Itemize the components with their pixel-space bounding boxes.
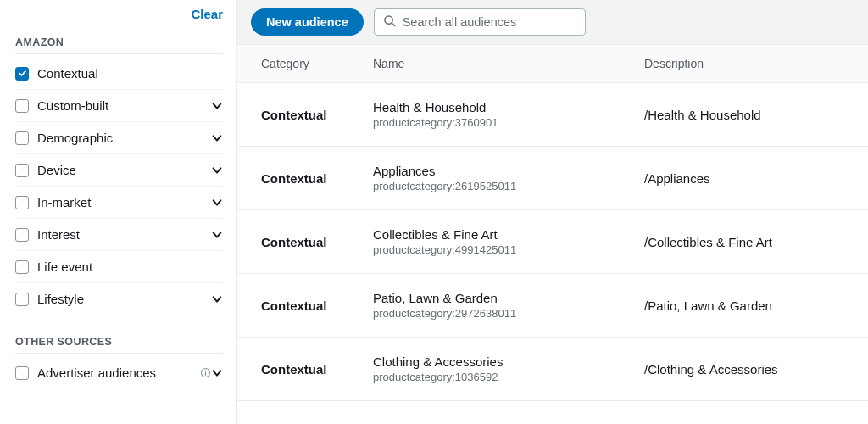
filter-label: Interest [37,227,211,242]
filter-checkbox[interactable] [15,293,29,306]
cell-category: Contextual [237,171,373,186]
chevron-down-icon[interactable] [211,367,223,379]
audience-name: Clothing & Accessories [373,354,644,369]
cell-category: Contextual [237,362,373,377]
audience-code: productcategory:2619525011 [373,180,644,192]
filter-checkbox[interactable] [15,260,29,274]
audience-name: Appliances [373,164,644,178]
svg-rect-2 [204,372,205,376]
audience-code: productcategory:2972638011 [373,307,644,320]
audience-name: Collectibles & Fine Art [373,227,644,242]
column-header-name[interactable]: Name [373,57,644,70]
info-icon[interactable] [199,367,211,379]
chevron-down-icon[interactable] [211,132,223,144]
chevron-down-icon[interactable] [211,165,223,176]
new-audience-button[interactable]: New audience [251,8,364,36]
cell-description: /Collectibles & Fine Art [644,235,868,249]
filter-item[interactable]: Demographic [15,122,223,154]
cell-category: Contextual [237,298,373,313]
search-input[interactable] [401,14,576,30]
filter-item[interactable]: In-market [15,187,223,219]
filter-checkbox[interactable] [15,99,29,113]
cell-description: /Clothing & Accessories [644,362,868,377]
filter-sidebar: Clear AMAZONContextualCustom-builtDemogr… [0,0,237,424]
audience-name: Health & Household [373,100,644,114]
cell-description: /Patio, Lawn & Garden [644,298,868,313]
clear-filters-link[interactable]: Clear [191,7,223,21]
filter-item[interactable]: Custom-built [15,90,223,122]
filter-checkbox[interactable] [15,131,29,145]
filter-item[interactable]: Contextual [15,58,223,90]
search-icon [383,14,401,30]
main-panel: New audience Category Name Description C… [237,0,868,424]
table-row[interactable]: ContextualClothing & Accessoriesproductc… [237,338,868,401]
filter-item[interactable]: Device [15,154,223,187]
table-row[interactable]: ContextualAppliancesproductcategory:2619… [237,147,868,210]
audience-code: productcategory:4991425011 [373,243,644,256]
sidebar-section-header: AMAZON [15,30,223,54]
cell-name: Clothing & Accessoriesproductcategory:10… [373,354,644,383]
svg-point-1 [204,370,206,371]
audience-code: productcategory:3760901 [373,116,644,129]
audience-code: productcategory:1036592 [373,371,644,383]
cell-description: /Appliances [644,171,868,186]
chevron-down-icon[interactable] [211,100,223,112]
filter-label: Device [37,163,211,177]
filter-label: Demographic [37,131,211,145]
chevron-down-icon[interactable] [211,229,223,241]
filter-label: Lifestyle [37,292,211,306]
cell-name: Appliancesproductcategory:2619525011 [373,164,644,192]
table-header: Category Name Description [237,45,868,83]
table-row[interactable]: ContextualHealth & Householdproductcateg… [237,83,868,147]
toolbar: New audience [237,0,868,45]
filter-item[interactable]: Life event [15,251,223,283]
filter-checkbox[interactable] [15,67,29,81]
search-field-wrap[interactable] [374,8,586,36]
chevron-down-icon[interactable] [211,197,223,209]
column-header-description[interactable]: Description [644,57,868,70]
filter-checkbox[interactable] [15,228,29,242]
table-row[interactable]: ContextualCollectibles & Fine Artproduct… [237,210,868,274]
sidebar-section-header: OTHER SOURCES [15,329,223,354]
cell-name: Health & Householdproductcategory:376090… [373,100,644,129]
filter-item[interactable]: Advertiser audiences [15,357,223,388]
filter-label: Contextual [37,66,223,81]
filter-label: In-market [37,195,211,209]
filter-checkbox[interactable] [15,196,29,209]
audience-name: Patio, Lawn & Garden [373,291,644,305]
chevron-down-icon[interactable] [211,293,223,305]
column-header-category[interactable]: Category [237,57,373,70]
cell-name: Collectibles & Fine Artproductcategory:4… [373,227,644,256]
svg-line-4 [392,23,395,26]
filter-item[interactable]: Lifestyle [15,283,223,315]
filter-checkbox[interactable] [15,366,29,380]
filter-checkbox[interactable] [15,164,29,177]
svg-point-3 [385,16,392,24]
cell-category: Contextual [237,235,373,249]
table-body: ContextualHealth & Householdproductcateg… [237,83,868,424]
cell-category: Contextual [237,108,373,122]
table-row[interactable]: ContextualPatio, Lawn & Gardenproductcat… [237,274,868,338]
cell-name: Patio, Lawn & Gardenproductcategory:2972… [373,291,644,320]
filter-item[interactable]: Interest [15,219,223,251]
filter-label: Life event [37,259,223,274]
filter-label: Advertiser audiences [37,365,196,380]
filter-label: Custom-built [37,98,211,113]
cell-description: /Health & Household [644,108,868,122]
